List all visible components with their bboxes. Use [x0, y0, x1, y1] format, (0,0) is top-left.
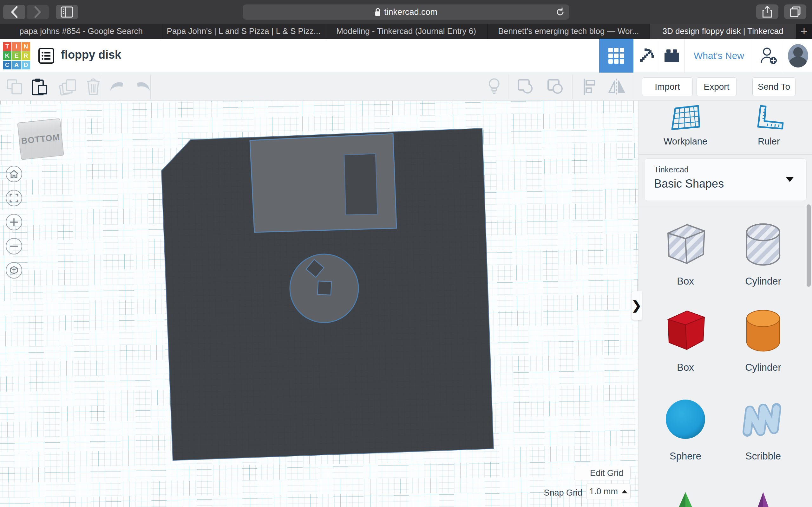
- share-button[interactable]: [756, 4, 778, 19]
- url-text: tinkercad.com: [384, 7, 438, 17]
- shapes-panel: Workplane Ruler Tinkercad Basic Shapes: [639, 101, 812, 507]
- design-title[interactable]: floppy disk: [61, 48, 121, 61]
- tinkercad-logo[interactable]: TIN KER CAD: [3, 42, 30, 69]
- copy-button[interactable]: [3, 73, 26, 101]
- scribble-icon: [738, 394, 789, 445]
- cube-icon: [9, 266, 19, 275]
- workplane-icon: [670, 105, 701, 132]
- show-all-button[interactable]: [483, 73, 506, 101]
- lego-export-button[interactable]: [659, 39, 684, 72]
- shape-sphere[interactable]: Sphere: [651, 392, 720, 462]
- tab-blog[interactable]: Bennett's emerging tech blog — Wor...: [488, 24, 650, 39]
- avatar: [788, 44, 808, 67]
- tab-modeling-journal[interactable]: Modeling - Tinkercad (Journal Entry 6): [325, 24, 488, 39]
- trash-icon: [86, 78, 101, 96]
- whats-new-link[interactable]: What's New: [685, 39, 753, 72]
- panel-collapse-handle[interactable]: ❯: [631, 291, 642, 320]
- library-name: Basic Shapes: [654, 177, 724, 190]
- shape-cylinder-solid[interactable]: Cylinder: [728, 303, 798, 373]
- mirror-button[interactable]: [605, 73, 628, 101]
- floppy-hub-square-hole[interactable]: [317, 281, 332, 295]
- tab-google-search[interactable]: papa johns #854 - Google Search: [0, 24, 162, 39]
- copy-icon: [6, 78, 23, 95]
- minecraft-export-button[interactable]: [633, 39, 659, 72]
- workplane-label: Workplane: [664, 136, 707, 147]
- chevron-right-icon: ❯: [631, 298, 642, 313]
- tinkercad-window: tinkercad.com papa johns #85: [0, 0, 812, 507]
- design-canvas[interactable]: BOTTOM Edit Grid Snap Grid: [0, 101, 639, 507]
- edit-toolbar: Import Export Send To: [0, 73, 812, 101]
- shape-box-solid[interactable]: Box: [651, 303, 720, 373]
- back-button[interactable]: [3, 5, 26, 19]
- list-icon: [38, 48, 55, 64]
- zoom-out-button[interactable]: [6, 238, 22, 255]
- home-view-button[interactable]: [6, 166, 22, 182]
- send-to-button[interactable]: Send To: [752, 77, 796, 96]
- paste-icon: [31, 78, 48, 96]
- tab-bar: papa johns #854 - Google Search Papa Joh…: [0, 24, 812, 39]
- workplane-tool[interactable]: Workplane: [651, 105, 720, 147]
- zoom-in-button[interactable]: [6, 214, 22, 230]
- dashboard-button[interactable]: [599, 39, 633, 72]
- share-icon: [762, 5, 772, 18]
- brick-icon: [664, 49, 680, 63]
- caret-up-icon: [622, 490, 627, 493]
- fit-view-button[interactable]: [6, 190, 22, 206]
- ruler-tool[interactable]: Ruler: [734, 105, 804, 147]
- app-header: TIN KER CAD floppy disk: [0, 39, 812, 73]
- address-bar[interactable]: tinkercad.com: [243, 4, 569, 20]
- plus-icon: [10, 218, 18, 226]
- account-menu[interactable]: [784, 39, 812, 72]
- ungroup-icon: [547, 78, 565, 96]
- chevron-left-icon: [10, 6, 18, 18]
- tab-tinkercad-active[interactable]: 3D design floppy disk | Tinkercad: [650, 24, 796, 39]
- ungroup-button[interactable]: [544, 73, 567, 101]
- delete-button[interactable]: [82, 73, 105, 101]
- snap-grid-select[interactable]: 1.0 mm: [586, 484, 630, 499]
- lightbulb-icon: [488, 77, 501, 96]
- tabs-icon: [790, 6, 801, 17]
- shape-scribble[interactable]: Scribble: [728, 392, 798, 462]
- pickaxe-icon: [638, 47, 655, 64]
- new-tab-button[interactable]: +: [796, 24, 812, 39]
- reload-button[interactable]: [555, 7, 565, 19]
- snap-grid-value: 1.0 mm: [589, 487, 618, 497]
- library-brand: Tinkercad: [654, 165, 689, 174]
- home-icon: [9, 170, 19, 178]
- view-cube-label: BOTTOM: [20, 132, 60, 146]
- perspective-toggle-button[interactable]: [6, 262, 22, 279]
- paste-button[interactable]: [28, 73, 51, 101]
- shape-library-dropdown[interactable]: Tinkercad Basic Shapes: [644, 158, 807, 201]
- fit-view-icon: [9, 193, 18, 203]
- sidebar-icon: [61, 6, 73, 18]
- shape-purple-pyramid-partial[interactable]: [728, 490, 798, 507]
- grid-icon: [608, 47, 625, 64]
- undo-button[interactable]: [107, 73, 130, 101]
- shape-cylinder-hole[interactable]: Cylinder: [728, 217, 798, 287]
- align-icon: [582, 78, 597, 96]
- align-button[interactable]: [578, 73, 601, 101]
- group-icon: [517, 78, 535, 96]
- group-button[interactable]: [514, 73, 537, 101]
- floppy-shutter-slot[interactable]: [344, 154, 377, 215]
- cylinder-hole-icon: [738, 219, 789, 270]
- shape-box-hole[interactable]: Box: [651, 217, 720, 287]
- invite-button[interactable]: [753, 39, 784, 72]
- shape-green-pyramid-partial[interactable]: [651, 490, 720, 507]
- snap-grid-label: Snap Grid: [539, 488, 582, 498]
- cylinder-solid-icon: [738, 305, 789, 356]
- panel-scrollbar[interactable]: [807, 205, 811, 287]
- duplicate-button[interactable]: [56, 73, 79, 101]
- view-cube[interactable]: BOTTOM: [17, 118, 64, 160]
- edit-grid-button[interactable]: Edit Grid: [574, 466, 630, 481]
- forward-button[interactable]: [27, 5, 49, 19]
- sphere-icon: [660, 394, 711, 445]
- sidebar-toggle-button[interactable]: [56, 5, 78, 19]
- import-button[interactable]: Import: [642, 77, 693, 96]
- export-button[interactable]: Export: [697, 77, 737, 96]
- design-properties-button[interactable]: [38, 48, 55, 64]
- tab-overview-button[interactable]: [784, 4, 806, 19]
- tab-papa-johns[interactable]: Papa John's | L and S Pizza | L & S Pizz…: [162, 24, 325, 39]
- floppy-disk-model[interactable]: [0, 101, 639, 507]
- add-person-icon: [759, 46, 778, 66]
